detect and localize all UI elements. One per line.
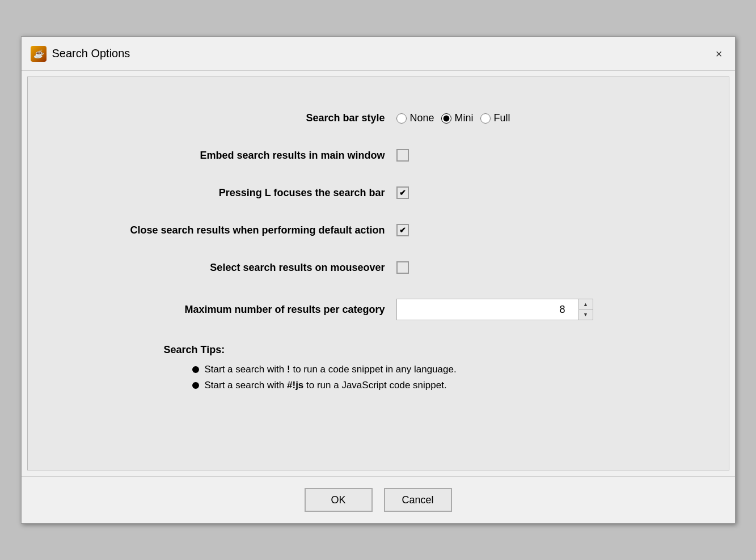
close-button[interactable]: ×	[712, 47, 726, 61]
content-area: Search bar style None Mini Full Embed se…	[27, 77, 729, 470]
embed-search-results-checkbox[interactable]	[396, 149, 409, 162]
radio-none-label: None	[410, 112, 434, 124]
max-results-input[interactable]	[397, 299, 578, 320]
max-results-spinner: ▲ ▼	[396, 299, 593, 320]
select-on-mouseover-label: Select search results on mouseover	[56, 262, 385, 274]
select-on-mouseover-checkbox[interactable]	[396, 261, 409, 274]
radio-full[interactable]: Full	[480, 112, 510, 124]
cancel-button[interactable]: Cancel	[384, 488, 452, 512]
radio-mini-input[interactable]	[441, 113, 451, 124]
footer-area: OK Cancel	[22, 476, 735, 523]
search-bar-style-label: Search bar style	[56, 112, 385, 124]
search-tips-title: Search Tips:	[164, 344, 700, 356]
search-tips-list: Start a search with ! to run a code snip…	[56, 364, 700, 391]
search-tip-2-text: Start a search with #!js to run a JavaSc…	[205, 380, 447, 391]
radio-full-input[interactable]	[480, 113, 491, 124]
close-search-results-label: Close search results when performing def…	[56, 224, 385, 236]
pressing-l-focuses-checkbox[interactable]	[396, 186, 409, 199]
bullet-icon-1	[192, 366, 199, 373]
search-options-dialog: ☕ Search Options × Search bar style None…	[21, 36, 736, 524]
bullet-icon-2	[192, 382, 199, 389]
max-results-label: Maximum number of results per category	[56, 304, 385, 316]
title-bar: ☕ Search Options ×	[22, 37, 735, 71]
ok-button[interactable]: OK	[305, 488, 373, 512]
max-results-row: Maximum number of results per category ▲…	[56, 286, 700, 333]
spinner-up-button[interactable]: ▲	[579, 299, 593, 309]
embed-search-results-row: Embed search results in main window	[56, 137, 700, 174]
app-icon: ☕	[31, 46, 47, 62]
radio-mini[interactable]: Mini	[441, 112, 474, 124]
radio-none[interactable]: None	[396, 112, 434, 124]
dialog-title: Search Options	[52, 47, 130, 60]
search-tips-section: Search Tips: Start a search with ! to ru…	[56, 333, 700, 401]
embed-search-results-label: Embed search results in main window	[56, 150, 385, 162]
search-tip-2: Start a search with #!js to run a JavaSc…	[192, 380, 700, 391]
radio-full-label: Full	[494, 112, 510, 124]
search-bar-style-row: Search bar style None Mini Full	[56, 100, 700, 137]
title-bar-left: ☕ Search Options	[31, 46, 130, 62]
select-on-mouseover-row: Select search results on mouseover	[56, 249, 700, 286]
close-search-results-checkbox[interactable]	[396, 224, 409, 236]
radio-none-input[interactable]	[396, 113, 407, 124]
pressing-l-focuses-row: Pressing L focuses the search bar	[56, 174, 700, 211]
search-tip-1-text: Start a search with ! to run a code snip…	[205, 364, 457, 375]
search-bar-style-radio-group: None Mini Full	[396, 112, 510, 124]
radio-mini-label: Mini	[455, 112, 474, 124]
close-search-results-row: Close search results when performing def…	[56, 211, 700, 249]
pressing-l-focuses-label: Pressing L focuses the search bar	[56, 187, 385, 199]
search-tip-1: Start a search with ! to run a code snip…	[192, 364, 700, 375]
spinner-down-button[interactable]: ▼	[579, 309, 593, 320]
spinner-buttons: ▲ ▼	[578, 299, 593, 320]
